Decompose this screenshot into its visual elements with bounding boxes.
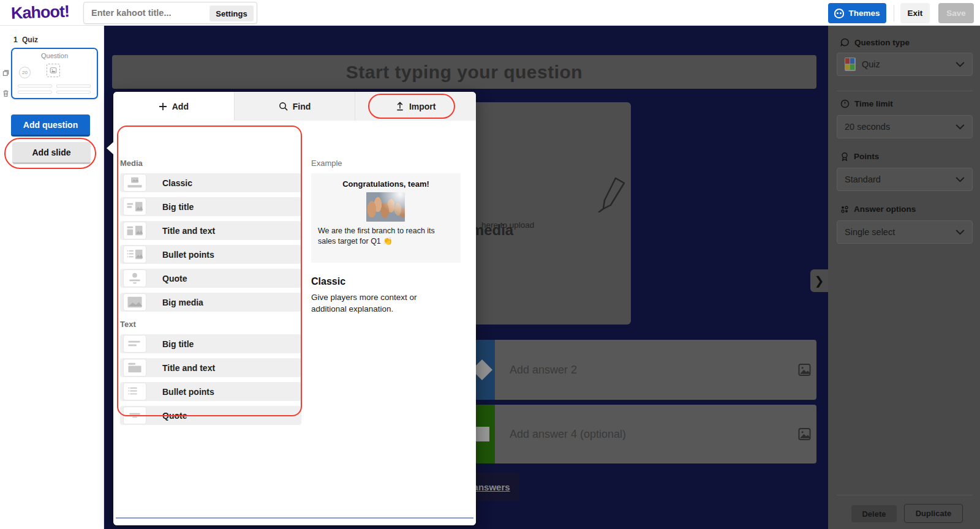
- search-icon: [279, 102, 288, 111]
- tab-import-label: Import: [409, 102, 436, 111]
- slide-thumbnail[interactable]: Question 20: [11, 48, 98, 99]
- delete-question-button[interactable]: Delete: [851, 505, 897, 522]
- points-select[interactable]: Standard: [837, 168, 973, 191]
- text-big-title-icon: [124, 336, 146, 352]
- points-value: Standard: [845, 174, 881, 184]
- layout-option-label: Title and text: [162, 363, 215, 373]
- chevron-down-icon: [956, 177, 965, 182]
- media-classic-icon: [124, 174, 146, 191]
- add-answer-image-icon[interactable]: [798, 364, 811, 377]
- medal-icon: [840, 152, 849, 161]
- thumbnail-answer-bar: [56, 84, 91, 88]
- layout-option-label: Classic: [162, 178, 192, 188]
- slide-number: 1: [13, 36, 18, 44]
- add-question-button[interactable]: Add question: [11, 114, 90, 137]
- thumbnail-answer-bar: [56, 91, 91, 94]
- layout-option-media-quote[interactable]: Quote: [120, 269, 301, 288]
- tab-import[interactable]: Import: [355, 92, 476, 121]
- kahoot-editor: Kahoot! Settings Themes Exit Save 1 Quiz…: [0, 0, 980, 529]
- question-type-select[interactable]: Quiz: [837, 53, 973, 76]
- exit-button[interactable]: Exit: [900, 3, 930, 23]
- time-limit-select[interactable]: 20 seconds: [837, 115, 973, 138]
- layout-option-media-classic[interactable]: Classic: [120, 173, 301, 192]
- layout-option-label: Big title: [162, 339, 194, 349]
- layout-option-label: Big title: [162, 202, 194, 212]
- layout-option-media-bullets[interactable]: Bullet points: [120, 245, 301, 264]
- layout-description: Give players more context or additional …: [311, 291, 428, 315]
- answer-placeholder: Add answer 2: [510, 364, 577, 377]
- text-bullets-icon: [124, 383, 146, 400]
- layout-option-text-bullets[interactable]: Bullet points: [120, 382, 301, 401]
- thumbnail-answer-bar: [18, 84, 52, 88]
- duplicate-question-button[interactable]: Duplicate: [904, 504, 963, 523]
- question-placeholder: Start typing your question: [346, 62, 582, 83]
- media-quote-icon: [124, 270, 146, 287]
- delete-slide-icon[interactable]: [2, 89, 10, 97]
- time-limit-label: Time limit: [854, 99, 893, 108]
- answer-input-2[interactable]: Add answer 2: [469, 340, 816, 400]
- settings-button[interactable]: Settings: [209, 6, 254, 21]
- themes-label: Themes: [848, 9, 880, 18]
- tab-find-label: Find: [293, 102, 311, 111]
- slide-thumbnail-media-icon: [47, 64, 60, 77]
- example-label: Example: [311, 159, 462, 168]
- layout-option-media-big[interactable]: Big media: [120, 293, 301, 312]
- layout-option-label: Title and text: [162, 226, 215, 236]
- modal-scroll-indicator: [116, 517, 473, 519]
- kahoot-title-input[interactable]: [91, 2, 208, 23]
- modal-pointer-arrow: [107, 142, 113, 154]
- question-type-value: Quiz: [862, 59, 880, 69]
- answer-options-label-row: Answer options: [840, 204, 916, 214]
- kahoot-logo: Kahoot!: [10, 2, 69, 23]
- answer-options-value: Single select: [845, 227, 895, 237]
- duplicate-slide-icon[interactable]: [2, 69, 10, 77]
- layout-option-text-big-title[interactable]: Big title: [120, 334, 301, 353]
- question-title-input[interactable]: Start typing your question: [112, 55, 816, 89]
- answer-input-4[interactable]: Add answer 4 (optional): [469, 405, 816, 463]
- layout-option-text-quote[interactable]: Quote: [120, 406, 301, 425]
- question-type-label-row: Question type: [840, 38, 910, 47]
- time-limit-value: 20 seconds: [845, 122, 890, 132]
- topbar-divider: [894, 5, 894, 21]
- chevron-down-icon: [956, 62, 965, 67]
- question-type-label: Question type: [854, 38, 910, 47]
- add-slide-modal: Add Find Import MediaClassicBig titleTit…: [113, 92, 476, 525]
- clock-icon: [840, 99, 850, 108]
- slide-thumbnail-title: Question: [12, 52, 97, 59]
- text-quote-icon: [124, 407, 146, 424]
- layout-option-label: Quote: [162, 274, 187, 283]
- chevron-down-icon: [956, 230, 965, 235]
- example-card-body: We are the first branch to reach its sal…: [318, 226, 451, 247]
- tab-add[interactable]: Add: [113, 92, 234, 121]
- answer-options-label: Answer options: [854, 204, 916, 214]
- topbar: Kahoot! Settings Themes Exit Save: [0, 0, 980, 26]
- tab-find[interactable]: Find: [234, 92, 355, 121]
- example-card-title: Congratulations, team!: [311, 173, 461, 189]
- example-panel: Example Congratulations, team! We are th…: [311, 159, 462, 315]
- divider: [837, 495, 973, 495]
- plus-icon: [159, 102, 167, 111]
- answer-options-select[interactable]: Single select: [837, 220, 973, 244]
- chevron-down-icon: [956, 124, 965, 130]
- layout-option-label: Big media: [162, 298, 203, 307]
- media-title-text-icon: [124, 222, 146, 239]
- save-button[interactable]: Save: [938, 3, 974, 23]
- chevron-right-icon: ❯: [815, 274, 824, 287]
- points-label-row: Points: [840, 152, 879, 161]
- answer-placeholder: Add answer 4 (optional): [510, 428, 626, 441]
- divider: [837, 91, 973, 91]
- media-big-title-icon: [124, 198, 146, 215]
- media-bullets-icon: [124, 246, 146, 263]
- example-card: Congratulations, team! We are the first …: [311, 173, 461, 263]
- themes-button[interactable]: Themes: [828, 3, 886, 23]
- media-doodle-pencil-icon: [597, 174, 629, 212]
- points-label: Points: [854, 152, 879, 161]
- layout-option-media-title-text[interactable]: Title and text: [120, 221, 301, 240]
- add-slide-button[interactable]: Add slide: [12, 142, 91, 164]
- example-image: [366, 192, 405, 222]
- add-answer-image-icon[interactable]: [798, 428, 811, 441]
- collapse-sidebar-button[interactable]: ❯: [810, 269, 828, 292]
- layout-option-text-title-text[interactable]: Title and text: [120, 358, 301, 377]
- layout-option-label: Quote: [162, 411, 187, 421]
- layout-option-media-big-title[interactable]: Big title: [120, 197, 301, 216]
